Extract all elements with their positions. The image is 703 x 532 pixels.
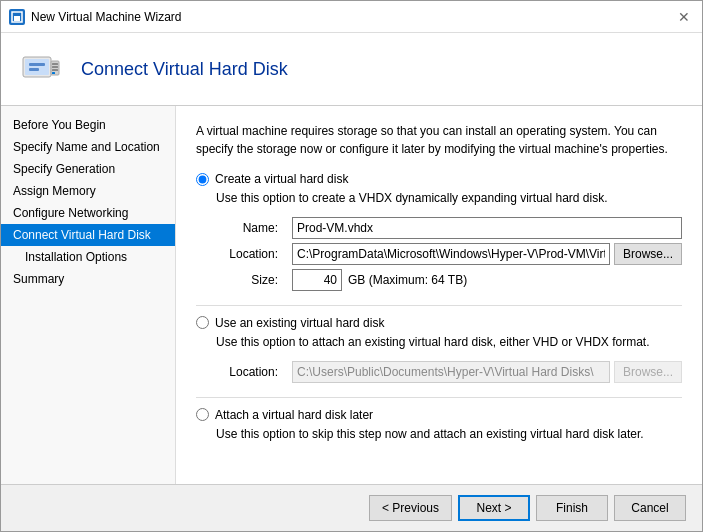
form-existing-location-row: Location: Browse... <box>216 361 682 383</box>
sidebar-item-summary[interactable]: Summary <box>1 268 175 290</box>
option-create-group: Create a virtual hard disk Use this opti… <box>196 172 682 291</box>
svg-rect-10 <box>52 72 55 74</box>
previous-button[interactable]: < Previous <box>369 495 452 521</box>
option-existing-group: Use an existing virtual hard disk Use th… <box>196 316 682 383</box>
svg-rect-8 <box>52 66 58 68</box>
sidebar-item-assign-memory[interactable]: Assign Memory <box>1 180 175 202</box>
option-create-description: Use this option to create a VHDX dynamic… <box>216 190 682 207</box>
window-title: New Virtual Machine Wizard <box>31 10 674 24</box>
name-input[interactable] <box>292 217 682 239</box>
option-existing-radio-label[interactable]: Use an existing virtual hard disk <box>196 316 682 330</box>
form-size-row: Size: GB (Maximum: 64 TB) <box>216 269 682 291</box>
option-later-group: Attach a virtual hard disk later Use thi… <box>196 408 682 443</box>
main-content: A virtual machine requires storage so th… <box>176 106 702 484</box>
option-existing-description: Use this option to attach an existing vi… <box>216 334 682 351</box>
size-unit-label: GB (Maximum: 64 TB) <box>348 273 467 287</box>
next-button[interactable]: Next > <box>458 495 530 521</box>
size-input[interactable] <box>292 269 342 291</box>
window-icon <box>9 9 25 25</box>
divider-2 <box>196 397 682 398</box>
option-later-label: Attach a virtual hard disk later <box>215 408 373 422</box>
wizard-header: Connect Virtual Hard Disk <box>1 33 702 106</box>
location-browse-button[interactable]: Browse... <box>614 243 682 265</box>
svg-rect-3 <box>25 59 49 75</box>
option-later-description: Use this option to skip this step now an… <box>216 426 682 443</box>
size-label: Size: <box>216 273 286 287</box>
header-icon <box>17 45 65 93</box>
sidebar-item-connect-vhd[interactable]: Connect Virtual Hard Disk <box>1 224 175 246</box>
existing-browse-button: Browse... <box>614 361 682 383</box>
sidebar: Before You Begin Specify Name and Locati… <box>1 106 176 484</box>
form-location-row: Location: Browse... <box>216 243 682 265</box>
footer: < Previous Next > Finish Cancel <box>1 484 702 531</box>
name-label: Name: <box>216 221 286 235</box>
svg-rect-7 <box>52 63 58 65</box>
title-bar: New Virtual Machine Wizard ✕ <box>1 1 702 33</box>
option-later-radio-label[interactable]: Attach a virtual hard disk later <box>196 408 682 422</box>
svg-rect-1 <box>14 16 20 21</box>
option-create-radio-label[interactable]: Create a virtual hard disk <box>196 172 682 186</box>
page-title: Connect Virtual Hard Disk <box>81 59 288 80</box>
location-input-group: Browse... <box>292 243 682 265</box>
size-input-group: GB (Maximum: 64 TB) <box>292 269 682 291</box>
content-area: Before You Begin Specify Name and Locati… <box>1 106 702 484</box>
svg-rect-5 <box>29 68 39 71</box>
svg-rect-4 <box>29 63 45 66</box>
existing-location-group: Browse... <box>292 361 682 383</box>
sidebar-item-specify-generation[interactable]: Specify Generation <box>1 158 175 180</box>
sidebar-item-before-you-begin[interactable]: Before You Begin <box>1 114 175 136</box>
option-create-radio[interactable] <box>196 173 209 186</box>
description-text: A virtual machine requires storage so th… <box>196 122 682 158</box>
window: New Virtual Machine Wizard ✕ Connect Vir… <box>0 0 703 532</box>
divider-1 <box>196 305 682 306</box>
name-input-group <box>292 217 682 239</box>
option-later-radio[interactable] <box>196 408 209 421</box>
existing-location-label: Location: <box>216 365 286 379</box>
finish-button[interactable]: Finish <box>536 495 608 521</box>
sidebar-item-installation-options[interactable]: Installation Options <box>1 246 175 268</box>
location-label: Location: <box>216 247 286 261</box>
location-input[interactable] <box>292 243 610 265</box>
sidebar-item-configure-networking[interactable]: Configure Networking <box>1 202 175 224</box>
form-name-row: Name: <box>216 217 682 239</box>
close-button[interactable]: ✕ <box>674 7 694 27</box>
option-existing-radio[interactable] <box>196 316 209 329</box>
cancel-button[interactable]: Cancel <box>614 495 686 521</box>
svg-rect-9 <box>52 69 58 71</box>
option-existing-label: Use an existing virtual hard disk <box>215 316 384 330</box>
existing-location-input <box>292 361 610 383</box>
option-create-label: Create a virtual hard disk <box>215 172 348 186</box>
sidebar-item-specify-name[interactable]: Specify Name and Location <box>1 136 175 158</box>
